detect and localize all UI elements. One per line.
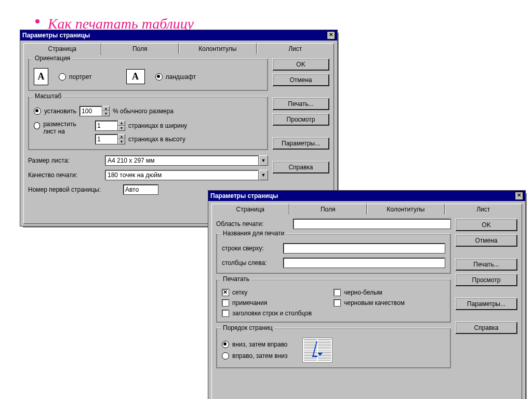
tab-page[interactable]: Страница: [211, 204, 289, 215]
pages-tall-input[interactable]: ▲▼: [95, 134, 125, 144]
ok-button[interactable]: OK: [272, 58, 329, 71]
spin-up-icon[interactable]: ▲: [118, 134, 125, 139]
print-quality-label: Качество печати:: [28, 171, 101, 179]
checkbox-icon: [334, 289, 341, 296]
spin-down-icon[interactable]: ▼: [118, 126, 125, 131]
print-group: Печатать сетку черно-белым примечания: [216, 279, 451, 323]
tab-strip: Страница Поля Колонтитулы Лист: [211, 204, 522, 215]
check-label: сетку: [232, 289, 247, 296]
checkbox-icon: [334, 299, 341, 307]
first-page-field[interactable]: [123, 184, 158, 195]
checkbox-icon: [222, 289, 229, 296]
chevron-down-icon[interactable]: ▼: [259, 170, 268, 180]
check-label: заголовки строк и столбцов: [232, 310, 312, 317]
tab-sheet[interactable]: Лист: [445, 204, 523, 215]
orientation-group: Ориентация A портрет A ландшафт: [28, 58, 268, 91]
print-area-label: Область печати:: [216, 220, 289, 228]
tab-sheet[interactable]: Лист: [257, 43, 335, 54]
checkbox-icon: [222, 299, 229, 307]
scale-group: Масштаб установить ▲▼ % обычного размера: [28, 96, 268, 150]
print-quality-combo[interactable]: ▼: [105, 170, 268, 180]
cancel-button[interactable]: Отмена: [455, 234, 517, 247]
radio-down-then-over[interactable]: вниз, затем вправо: [222, 341, 288, 348]
print-titles-group: Названия для печати строки сверху: столб…: [216, 233, 451, 274]
radio-icon: [222, 352, 229, 360]
print-area-field[interactable]: [293, 219, 451, 229]
check-label: черно-белым: [344, 289, 382, 296]
params-button[interactable]: Параметры...: [455, 298, 517, 310]
close-icon[interactable]: ✕: [327, 31, 335, 39]
check-headers[interactable]: заголовки строк и столбцов: [222, 310, 445, 317]
cols-left-field[interactable]: [283, 258, 445, 268]
preview-button[interactable]: Просмотр: [272, 113, 329, 126]
orientation-legend: Ориентация: [33, 55, 72, 62]
print-quality-field[interactable]: [105, 170, 259, 180]
radio-icon: [34, 108, 41, 115]
bullet-icon: [35, 19, 39, 23]
help-button[interactable]: Справка: [272, 161, 329, 174]
radio-label: ландшафт: [166, 73, 196, 81]
print-titles-legend: Названия для печати: [221, 230, 286, 237]
page-order-icon: [302, 338, 332, 363]
ok-button[interactable]: OK: [455, 219, 517, 231]
window-title: Параметры страницы: [22, 32, 90, 39]
check-label: черновым качеством: [344, 299, 405, 307]
paper-size-combo[interactable]: ▼: [105, 155, 268, 166]
spin-up-icon[interactable]: ▲: [118, 121, 125, 126]
radio-icon: [155, 73, 163, 81]
print-button[interactable]: Печать...: [455, 258, 517, 271]
close-icon[interactable]: ✕: [515, 192, 523, 200]
tab-strip: Страница Поля Колонтитулы Лист: [23, 43, 334, 54]
radio-fit-to[interactable]: разместить лист на: [34, 121, 91, 144]
spin-down-icon[interactable]: ▼: [118, 139, 125, 144]
checkbox-icon: [222, 310, 229, 317]
scale-suffix: % обычного размера: [113, 108, 174, 115]
check-notes[interactable]: примечания: [222, 299, 334, 307]
pages-wide-input[interactable]: ▲▼: [95, 121, 125, 131]
radio-icon: [59, 73, 66, 81]
titlebar[interactable]: Параметры страницы ✕: [20, 30, 337, 41]
scale-legend: Масштаб: [33, 92, 63, 100]
portrait-icon: A: [34, 68, 48, 85]
radio-icon: [222, 341, 229, 348]
first-page-label: Номер первой страницы:: [28, 186, 119, 193]
pages-wide-field[interactable]: [95, 121, 118, 131]
radio-label: вправо, затем вниз: [232, 352, 288, 360]
check-bw[interactable]: черно-белым: [334, 289, 445, 296]
radio-label: вниз, затем вправо: [232, 341, 288, 348]
params-button[interactable]: Параметры...: [272, 137, 329, 150]
radio-label: разместить лист на: [43, 121, 91, 135]
check-label: примечания: [232, 299, 267, 307]
paper-size-field[interactable]: [105, 155, 259, 166]
titlebar[interactable]: Параметры страницы ✕: [208, 191, 525, 201]
radio-landscape[interactable]: ландшафт: [155, 73, 196, 81]
chevron-down-icon[interactable]: ▼: [259, 155, 268, 166]
scale-percent-field[interactable]: [79, 106, 102, 116]
rows-top-label: строки сверху:: [222, 245, 279, 252]
pages-tall-field[interactable]: [95, 134, 118, 144]
radio-icon: [34, 122, 40, 129]
preview-button[interactable]: Просмотр: [455, 274, 517, 286]
landscape-icon: A: [126, 69, 145, 84]
radio-over-then-down[interactable]: вправо, затем вниз: [222, 352, 288, 360]
tab-headerfooter[interactable]: Колонтитулы: [367, 204, 445, 215]
spin-down-icon[interactable]: ▼: [102, 111, 110, 116]
spin-up-icon[interactable]: ▲: [102, 106, 110, 111]
pages-wide-suffix: страницах в ширину: [128, 122, 187, 129]
help-button[interactable]: Справка: [455, 322, 517, 334]
radio-set-scale[interactable]: установить ▲▼ % обычного размера: [34, 106, 262, 116]
tab-fields[interactable]: Поля: [289, 204, 367, 215]
cancel-button[interactable]: Отмена: [272, 74, 329, 86]
print-legend: Печатать: [221, 275, 251, 283]
tab-headerfooter[interactable]: Колонтитулы: [179, 43, 257, 54]
print-button[interactable]: Печать...: [272, 98, 329, 110]
radio-portrait[interactable]: портрет: [59, 73, 92, 81]
page-order-group: Порядок страниц вниз, затем вправо вправ…: [216, 328, 451, 368]
check-draft[interactable]: черновым качеством: [334, 299, 445, 307]
page-order-legend: Порядок страниц: [221, 324, 275, 331]
check-grid[interactable]: сетку: [222, 289, 334, 296]
tab-fields[interactable]: Поля: [101, 43, 179, 54]
rows-top-field[interactable]: [283, 243, 445, 254]
tab-page[interactable]: Страница: [23, 43, 101, 55]
scale-percent-input[interactable]: ▲▼: [79, 106, 110, 116]
